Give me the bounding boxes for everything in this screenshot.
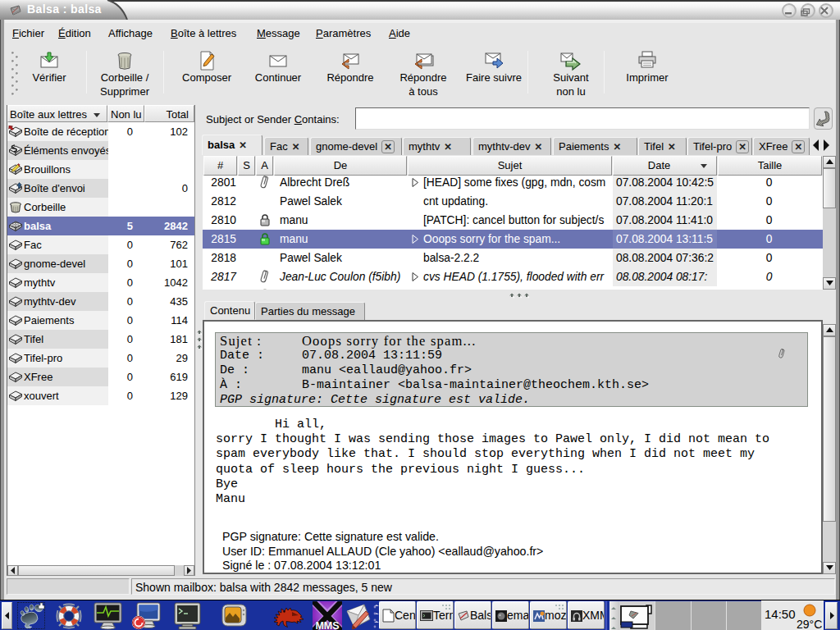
svg-text:MMS: MMS [315,620,339,630]
